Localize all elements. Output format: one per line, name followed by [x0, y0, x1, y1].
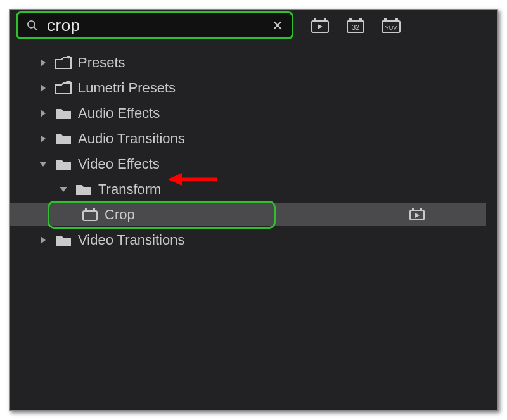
- chevron-down-icon: [36, 157, 50, 171]
- tree-item-label: Audio Effects: [78, 105, 160, 122]
- toolbar-icons: 32 YUV: [310, 16, 401, 34]
- folder-icon: [54, 106, 73, 121]
- svg-line-1: [34, 27, 37, 30]
- chevron-right-icon: [36, 233, 50, 247]
- tree-item-label: Video Effects: [78, 156, 160, 172]
- svg-marker-16: [41, 59, 46, 67]
- preset-folder-icon: [54, 55, 73, 70]
- svg-rect-6: [324, 18, 326, 22]
- clear-search-button[interactable]: [270, 18, 285, 33]
- tree-item-label: Presets: [78, 54, 125, 71]
- tree-item-audio-effects[interactable]: Audio Effects: [10, 101, 497, 126]
- svg-marker-31: [41, 236, 46, 244]
- svg-rect-5: [314, 18, 316, 22]
- svg-rect-9: [349, 18, 352, 22]
- svg-marker-7: [318, 24, 323, 29]
- svg-text:32: 32: [352, 23, 359, 31]
- chevron-right-icon: [36, 106, 50, 120]
- top-row: 32 YUV: [10, 10, 497, 41]
- preset-folder-icon: [54, 80, 73, 96]
- folder-icon: [54, 156, 73, 172]
- svg-text:YUV: YUV: [385, 25, 397, 31]
- svg-rect-25: [85, 208, 87, 212]
- tree-item-audio-transitions[interactable]: Audio Transitions: [10, 126, 497, 151]
- svg-rect-13: [384, 18, 387, 22]
- svg-rect-10: [359, 18, 362, 22]
- effects-tree: Presets Lumetri Presets: [10, 41, 497, 253]
- tree-item-video-effects[interactable]: Video Effects: [10, 151, 497, 177]
- folder-icon: [74, 182, 93, 197]
- accelerated-badge-icon: [409, 207, 425, 221]
- tree-item-label: Audio Transitions: [78, 130, 185, 147]
- svg-marker-21: [41, 135, 46, 143]
- effect-icon: [80, 207, 99, 222]
- search-field-wrapper: [16, 11, 293, 39]
- yuv-icon[interactable]: YUV: [381, 16, 401, 34]
- search-input[interactable]: [39, 16, 270, 35]
- 32-bit-icon[interactable]: 32: [345, 16, 366, 34]
- chevron-down-icon: [56, 182, 70, 196]
- tree-item-label: Crop: [105, 207, 135, 223]
- tree-item-transform[interactable]: Transform: [10, 177, 497, 202]
- svg-marker-23: [60, 187, 67, 192]
- svg-rect-29: [420, 208, 422, 211]
- chevron-right-icon: [36, 81, 50, 95]
- svg-rect-14: [395, 18, 398, 22]
- svg-rect-28: [412, 208, 414, 211]
- svg-point-0: [28, 21, 35, 28]
- chevron-right-icon: [36, 132, 50, 146]
- folder-icon: [54, 131, 73, 146]
- tree-item-label: Video Transitions: [78, 232, 184, 248]
- tree-item-label: Lumetri Presets: [78, 80, 176, 96]
- svg-marker-30: [415, 213, 420, 218]
- tree-item-crop[interactable]: Crop: [10, 203, 486, 226]
- chevron-right-icon: [36, 56, 50, 70]
- svg-rect-26: [93, 208, 95, 212]
- svg-marker-22: [39, 162, 47, 167]
- tree-item-lumetri-presets[interactable]: Lumetri Presets: [10, 75, 497, 101]
- accelerated-effect-icon[interactable]: [310, 16, 330, 34]
- svg-marker-20: [41, 110, 46, 117]
- folder-icon: [54, 232, 73, 248]
- effects-panel: 32 YUV P: [9, 9, 498, 411]
- tree-item-video-transitions[interactable]: Video Transitions: [10, 227, 497, 253]
- tree-item-presets[interactable]: Presets: [10, 50, 497, 75]
- search-icon: [25, 18, 39, 32]
- svg-marker-18: [41, 84, 46, 92]
- tree-item-label: Transform: [98, 181, 161, 198]
- svg-rect-24: [83, 211, 97, 220]
